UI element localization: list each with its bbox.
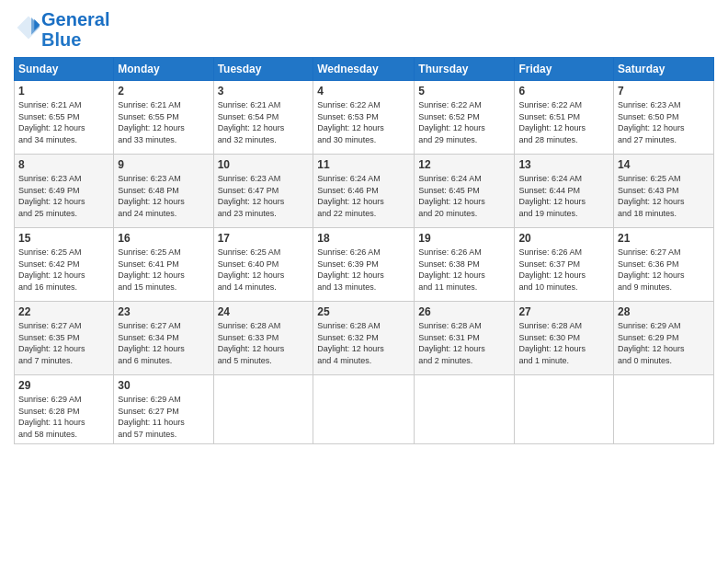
day-cell: 12Sunrise: 6:24 AM Sunset: 6:45 PM Dayli… <box>415 155 515 228</box>
day-cell <box>313 375 415 444</box>
logo-blue: Blue <box>41 29 81 50</box>
day-info: Sunrise: 6:28 AM Sunset: 6:32 PM Dayligh… <box>317 320 410 366</box>
weekday-header-monday: Monday <box>114 58 213 81</box>
day-number: 20 <box>518 232 609 245</box>
day-info: Sunrise: 6:22 AM Sunset: 6:53 PM Dayligh… <box>317 99 410 145</box>
day-info: Sunrise: 6:26 AM Sunset: 6:38 PM Dayligh… <box>418 247 510 293</box>
day-number: 24 <box>218 305 310 318</box>
day-cell: 8Sunrise: 6:23 AM Sunset: 6:49 PM Daylig… <box>15 155 114 228</box>
day-number: 19 <box>418 232 510 245</box>
day-info: Sunrise: 6:23 AM Sunset: 6:49 PM Dayligh… <box>18 173 109 219</box>
page: General Blue SundayMondayTuesdayWednesda… <box>0 0 728 563</box>
logo: General Blue <box>14 9 109 50</box>
day-cell: 7Sunrise: 6:23 AM Sunset: 6:50 PM Daylig… <box>614 81 714 155</box>
day-cell: 17Sunrise: 6:25 AM Sunset: 6:40 PM Dayli… <box>213 228 313 302</box>
day-cell: 14Sunrise: 6:25 AM Sunset: 6:43 PM Dayli… <box>614 155 714 228</box>
day-info: Sunrise: 6:21 AM Sunset: 6:54 PM Dayligh… <box>218 99 310 145</box>
day-number: 23 <box>118 305 209 318</box>
day-number: 11 <box>317 158 410 171</box>
day-number: 27 <box>518 305 609 318</box>
day-number: 26 <box>418 305 510 318</box>
day-info: Sunrise: 6:26 AM Sunset: 6:39 PM Dayligh… <box>317 247 410 293</box>
day-number: 16 <box>118 232 209 245</box>
day-number: 17 <box>218 232 310 245</box>
day-cell: 26Sunrise: 6:28 AM Sunset: 6:31 PM Dayli… <box>415 302 515 375</box>
day-cell: 11Sunrise: 6:24 AM Sunset: 6:46 PM Dayli… <box>313 155 415 228</box>
day-cell <box>614 375 714 444</box>
day-number: 28 <box>618 305 710 318</box>
day-cell: 5Sunrise: 6:22 AM Sunset: 6:52 PM Daylig… <box>415 81 515 155</box>
day-cell <box>415 375 515 444</box>
day-info: Sunrise: 6:29 AM Sunset: 6:27 PM Dayligh… <box>118 394 209 440</box>
weekday-header-friday: Friday <box>515 58 614 81</box>
day-number: 3 <box>218 85 310 98</box>
day-number: 18 <box>317 232 410 245</box>
day-number: 22 <box>18 305 109 318</box>
calendar-table: SundayMondayTuesdayWednesdayThursdayFrid… <box>14 57 714 444</box>
day-info: Sunrise: 6:25 AM Sunset: 6:42 PM Dayligh… <box>18 247 109 293</box>
logo-general: General <box>41 9 109 29</box>
week-row-4: 22Sunrise: 6:27 AM Sunset: 6:35 PM Dayli… <box>15 302 714 375</box>
day-cell: 2Sunrise: 6:21 AM Sunset: 6:55 PM Daylig… <box>114 81 213 155</box>
day-info: Sunrise: 6:22 AM Sunset: 6:51 PM Dayligh… <box>518 99 609 145</box>
day-info: Sunrise: 6:29 AM Sunset: 6:28 PM Dayligh… <box>18 394 109 440</box>
weekday-header-tuesday: Tuesday <box>213 58 313 81</box>
day-cell: 18Sunrise: 6:26 AM Sunset: 6:39 PM Dayli… <box>313 228 415 302</box>
weekday-header-row: SundayMondayTuesdayWednesdayThursdayFrid… <box>15 58 714 81</box>
day-number: 13 <box>518 158 609 171</box>
day-info: Sunrise: 6:22 AM Sunset: 6:52 PM Dayligh… <box>418 99 510 145</box>
day-cell: 29Sunrise: 6:29 AM Sunset: 6:28 PM Dayli… <box>15 375 114 444</box>
day-cell: 23Sunrise: 6:27 AM Sunset: 6:34 PM Dayli… <box>114 302 213 375</box>
day-number: 14 <box>618 158 710 171</box>
weekday-header-saturday: Saturday <box>614 58 714 81</box>
day-cell <box>515 375 614 444</box>
day-cell: 6Sunrise: 6:22 AM Sunset: 6:51 PM Daylig… <box>515 81 614 155</box>
day-info: Sunrise: 6:23 AM Sunset: 6:48 PM Dayligh… <box>118 173 209 219</box>
day-number: 10 <box>218 158 310 171</box>
day-info: Sunrise: 6:29 AM Sunset: 6:29 PM Dayligh… <box>618 320 710 366</box>
day-info: Sunrise: 6:24 AM Sunset: 6:44 PM Dayligh… <box>518 173 609 219</box>
day-cell: 4Sunrise: 6:22 AM Sunset: 6:53 PM Daylig… <box>313 81 415 155</box>
day-cell: 25Sunrise: 6:28 AM Sunset: 6:32 PM Dayli… <box>313 302 415 375</box>
day-cell: 22Sunrise: 6:27 AM Sunset: 6:35 PM Dayli… <box>15 302 114 375</box>
weekday-header-thursday: Thursday <box>415 58 515 81</box>
weekday-header-wednesday: Wednesday <box>313 58 415 81</box>
day-info: Sunrise: 6:27 AM Sunset: 6:36 PM Dayligh… <box>618 247 710 293</box>
day-cell: 28Sunrise: 6:29 AM Sunset: 6:29 PM Dayli… <box>614 302 714 375</box>
day-cell: 9Sunrise: 6:23 AM Sunset: 6:48 PM Daylig… <box>114 155 213 228</box>
day-cell: 20Sunrise: 6:26 AM Sunset: 6:37 PM Dayli… <box>515 228 614 302</box>
header: General Blue <box>14 9 714 50</box>
day-info: Sunrise: 6:21 AM Sunset: 6:55 PM Dayligh… <box>118 99 209 145</box>
day-number: 9 <box>118 158 209 171</box>
day-number: 21 <box>618 232 710 245</box>
day-info: Sunrise: 6:27 AM Sunset: 6:34 PM Dayligh… <box>118 320 209 366</box>
day-number: 6 <box>518 85 609 98</box>
day-number: 15 <box>18 232 109 245</box>
day-info: Sunrise: 6:27 AM Sunset: 6:35 PM Dayligh… <box>18 320 109 366</box>
day-info: Sunrise: 6:25 AM Sunset: 6:41 PM Dayligh… <box>118 247 209 293</box>
day-info: Sunrise: 6:25 AM Sunset: 6:40 PM Dayligh… <box>218 247 310 293</box>
week-row-5: 29Sunrise: 6:29 AM Sunset: 6:28 PM Dayli… <box>15 375 714 444</box>
day-info: Sunrise: 6:28 AM Sunset: 6:31 PM Dayligh… <box>418 320 510 366</box>
day-cell: 13Sunrise: 6:24 AM Sunset: 6:44 PM Dayli… <box>515 155 614 228</box>
day-info: Sunrise: 6:23 AM Sunset: 6:50 PM Dayligh… <box>618 99 710 145</box>
day-info: Sunrise: 6:28 AM Sunset: 6:33 PM Dayligh… <box>218 320 310 366</box>
day-cell: 30Sunrise: 6:29 AM Sunset: 6:27 PM Dayli… <box>114 375 213 444</box>
week-row-3: 15Sunrise: 6:25 AM Sunset: 6:42 PM Dayli… <box>15 228 714 302</box>
day-number: 12 <box>418 158 510 171</box>
week-row-2: 8Sunrise: 6:23 AM Sunset: 6:49 PM Daylig… <box>15 155 714 228</box>
day-info: Sunrise: 6:28 AM Sunset: 6:30 PM Dayligh… <box>518 320 609 366</box>
day-cell: 27Sunrise: 6:28 AM Sunset: 6:30 PM Dayli… <box>515 302 614 375</box>
day-number: 4 <box>317 85 410 98</box>
day-cell: 16Sunrise: 6:25 AM Sunset: 6:41 PM Dayli… <box>114 228 213 302</box>
day-info: Sunrise: 6:24 AM Sunset: 6:45 PM Dayligh… <box>418 173 510 219</box>
week-row-1: 1Sunrise: 6:21 AM Sunset: 6:55 PM Daylig… <box>15 81 714 155</box>
day-cell: 1Sunrise: 6:21 AM Sunset: 6:55 PM Daylig… <box>15 81 114 155</box>
day-number: 2 <box>118 85 209 98</box>
day-cell: 21Sunrise: 6:27 AM Sunset: 6:36 PM Dayli… <box>614 228 714 302</box>
day-number: 1 <box>18 85 109 98</box>
day-number: 7 <box>618 85 710 98</box>
day-info: Sunrise: 6:25 AM Sunset: 6:43 PM Dayligh… <box>618 173 710 219</box>
day-number: 5 <box>418 85 510 98</box>
day-cell: 19Sunrise: 6:26 AM Sunset: 6:38 PM Dayli… <box>415 228 515 302</box>
